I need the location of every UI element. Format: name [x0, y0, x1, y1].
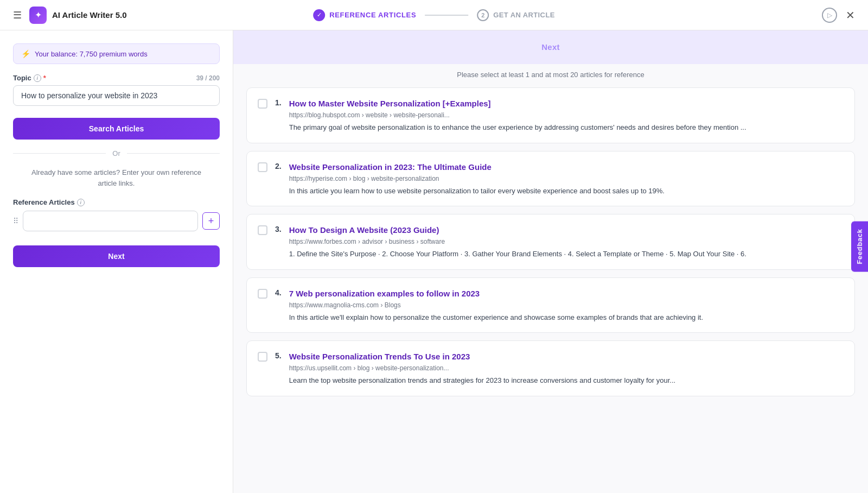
article-content-2: Website Personalization in 2023: The Ult…	[289, 161, 844, 197]
topic-info-icon[interactable]: i	[34, 74, 41, 82]
article-desc-1: The primary goal of website personalizat…	[289, 122, 844, 133]
article-card-2: 2. Website Personalization in 2023: The …	[246, 151, 855, 207]
article-title-5[interactable]: Website Personalization Trends To Use in…	[289, 351, 844, 362]
hamburger-icon[interactable]: ☰	[13, 9, 22, 21]
next-bar: Next	[233, 30, 868, 64]
next-button-left[interactable]: Next	[13, 245, 220, 267]
ref-articles-label-row: Reference Articles i	[13, 198, 220, 206]
add-ref-button[interactable]: +	[202, 212, 220, 230]
topic-label-row: Topic i * 39 / 200	[13, 74, 220, 82]
article-desc-5: Learn the top website personalization tr…	[289, 375, 844, 386]
article-url-3: https://www.forbes.com › advisor › busin…	[289, 238, 844, 245]
step1-check-icon: ✓	[313, 9, 325, 21]
article-content-5: Website Personalization Trends To Use in…	[289, 351, 844, 386]
step-1: ✓ REFERENCE ARTICLES	[313, 9, 416, 21]
feedback-tab[interactable]: Feedback	[851, 221, 868, 271]
topic-required: *	[43, 74, 46, 82]
divider-line-right	[127, 153, 220, 154]
divider-line-left	[13, 153, 106, 154]
article-title-2[interactable]: Website Personalization in 2023: The Ult…	[289, 161, 844, 173]
article-checkbox-2[interactable]	[258, 162, 267, 172]
own-articles-description: Already have some articles? Enter your o…	[13, 167, 220, 188]
step-divider	[425, 15, 468, 16]
header-left: ☰ ✦ AI Article Writer 5.0	[13, 7, 127, 24]
reference-articles-field: Reference Articles i ⠿ +	[13, 198, 220, 231]
article-checkbox-3[interactable]	[258, 225, 267, 235]
article-checkbox-1[interactable]	[258, 99, 267, 109]
drag-handle-icon[interactable]: ⠿	[13, 217, 18, 225]
topic-field: Topic i * 39 / 200	[13, 74, 220, 106]
articles-list: 1. How to Master Website Personalization…	[233, 87, 868, 418]
article-card-3: 3. How To Design A Website (2023 Guide) …	[246, 214, 855, 270]
article-desc-4: In this article we'll explain how to per…	[289, 312, 844, 323]
article-content-4: 7 Web personalization examples to follow…	[289, 288, 844, 323]
play-icon[interactable]: ▷	[822, 8, 837, 23]
topic-label: Topic	[13, 74, 31, 82]
article-card-1: 1. How to Master Website Personalization…	[246, 87, 855, 143]
article-title-4[interactable]: 7 Web personalization examples to follow…	[289, 288, 844, 299]
bolt-icon: ⚡	[21, 49, 30, 58]
article-number-2: 2.	[275, 162, 282, 170]
step-2: 2 GET AN ARTICLE	[477, 9, 555, 21]
close-icon[interactable]: ✕	[846, 9, 855, 22]
article-number-3: 3.	[275, 225, 282, 233]
article-content-1: How to Master Website Personalization [+…	[289, 98, 844, 133]
article-number-5: 5.	[275, 351, 282, 360]
right-panel: Next Please select at least 1 and at mos…	[233, 30, 868, 493]
stepper: ✓ REFERENCE ARTICLES 2 GET AN ARTICLE	[313, 9, 555, 21]
article-card-5: 5. Website Personalization Trends To Use…	[246, 340, 855, 396]
article-desc-3: 1. Define the Site's Purpose · 2. Choose…	[289, 249, 844, 260]
balance-badge: ⚡ Your balance: 7,750 premium words	[13, 43, 220, 64]
app-title: AI Article Writer 5.0	[52, 10, 127, 20]
article-url-1: https://blog.hubspot.com › website › web…	[289, 111, 844, 119]
ref-input-row: ⠿ +	[13, 211, 220, 231]
header-right: ▷ ✕	[822, 8, 855, 23]
main-layout: ⚡ Your balance: 7,750 premium words Topi…	[0, 30, 868, 493]
search-articles-button[interactable]: Search Articles	[13, 118, 220, 140]
left-panel: ⚡ Your balance: 7,750 premium words Topi…	[0, 30, 233, 493]
step2-label: GET AN ARTICLE	[493, 11, 555, 19]
step1-label: REFERENCE ARTICLES	[329, 11, 416, 19]
article-number-1: 1.	[275, 98, 282, 107]
balance-text: Your balance: 7,750 premium words	[35, 50, 148, 58]
article-checkbox-4[interactable]	[258, 289, 267, 299]
ref-article-input[interactable]	[23, 211, 198, 231]
topic-input[interactable]	[13, 85, 220, 106]
article-title-3[interactable]: How To Design A Website (2023 Guide)	[289, 224, 844, 236]
article-card-4: 4. 7 Web personalization examples to fol…	[246, 277, 855, 333]
or-text: Or	[112, 149, 120, 157]
selection-hint: Please select at least 1 and at most 20 …	[233, 64, 868, 87]
article-url-5: https://us.upsellit.com › blog › website…	[289, 364, 844, 372]
ref-articles-label: Reference Articles	[13, 198, 75, 206]
article-url-2: https://hyperise.com › blog › website-pe…	[289, 175, 844, 182]
next-bar-button[interactable]: Next	[541, 42, 560, 52]
divider-or: Or	[13, 149, 220, 157]
article-checkbox-5[interactable]	[258, 352, 267, 362]
app-logo: ✦	[29, 7, 47, 24]
step2-number: 2	[477, 9, 489, 21]
article-url-4: https://www.magnolia-cms.com › Blogs	[289, 301, 844, 309]
article-desc-2: In this article you learn how to use web…	[289, 186, 844, 197]
header: ☰ ✦ AI Article Writer 5.0 ✓ REFERENCE AR…	[0, 0, 868, 30]
article-content-3: How To Design A Website (2023 Guide) htt…	[289, 224, 844, 260]
article-title-1[interactable]: How to Master Website Personalization [+…	[289, 98, 844, 109]
topic-counter: 39 / 200	[196, 74, 220, 82]
ref-articles-info-icon[interactable]: i	[77, 199, 85, 206]
article-number-4: 4.	[275, 288, 282, 297]
